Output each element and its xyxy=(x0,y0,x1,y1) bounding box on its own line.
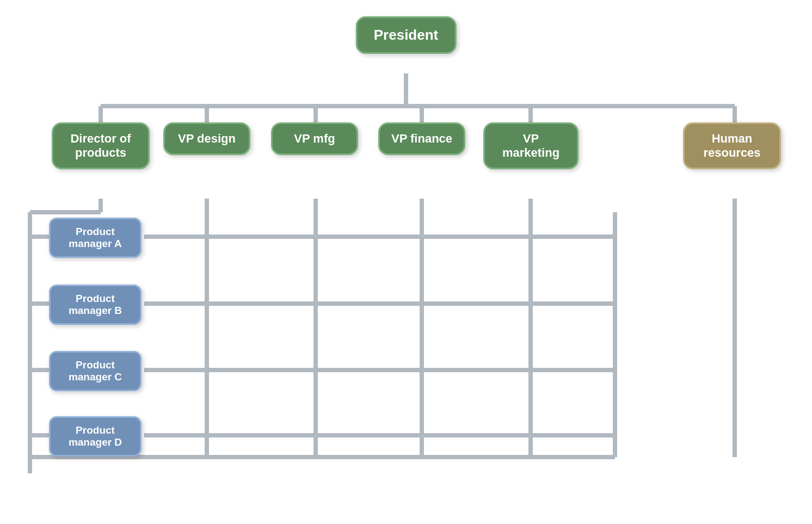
vp-design-node: VP design xyxy=(163,122,250,155)
hr-node: Human resources xyxy=(683,122,781,169)
vp-marketing-box: VP marketing xyxy=(483,122,579,169)
president-box: President xyxy=(356,16,457,54)
pm-c-box: Product manager C xyxy=(49,351,142,391)
vp-design-box: VP design xyxy=(163,122,250,155)
director-box: Director of products xyxy=(52,122,150,169)
vp-finance-box: VP finance xyxy=(378,122,465,155)
org-chart: President Director of products VP design… xyxy=(0,0,812,524)
pm-d-box: Product manager D xyxy=(49,416,142,457)
pm-b-node: Product manager B xyxy=(49,285,142,325)
vp-mfg-box: VP mfg xyxy=(271,122,358,155)
president-node: President xyxy=(356,16,457,54)
director-node: Director of products xyxy=(52,122,150,169)
pm-c-node: Product manager C xyxy=(49,351,142,391)
vp-finance-node: VP finance xyxy=(378,122,465,155)
hr-box: Human resources xyxy=(683,122,781,169)
vp-marketing-node: VP marketing xyxy=(483,122,579,169)
pm-b-box: Product manager B xyxy=(49,285,142,325)
pm-d-node: Product manager D xyxy=(49,416,142,457)
pm-a-node: Product manager A xyxy=(49,218,142,258)
vp-mfg-node: VP mfg xyxy=(271,122,358,155)
pm-a-box: Product manager A xyxy=(49,218,142,258)
